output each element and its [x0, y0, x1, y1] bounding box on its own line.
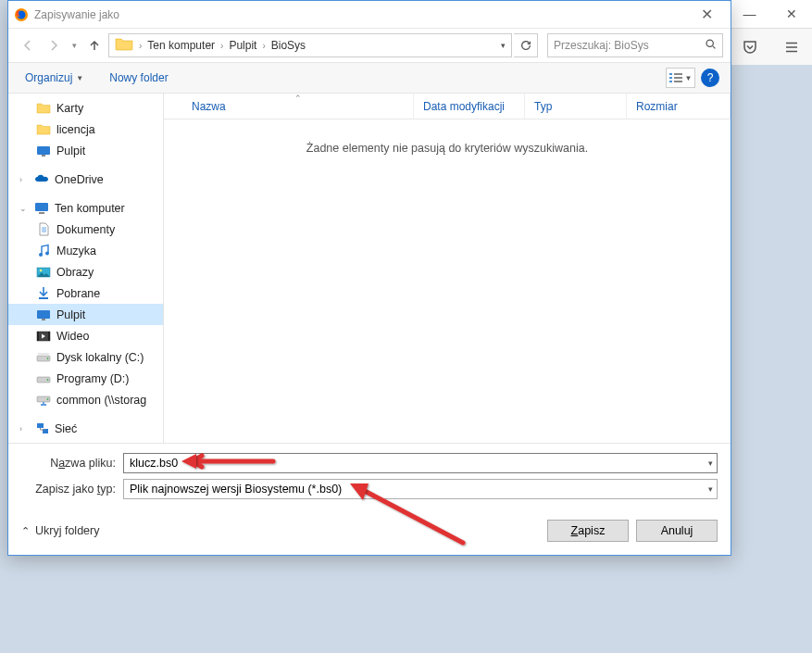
hamburger-icon[interactable]: [770, 29, 812, 65]
download-icon: [36, 286, 51, 301]
breadcrumb-root[interactable]: Ten komputer: [144, 39, 219, 52]
search-input[interactable]: Przeszukaj: BioSys: [547, 33, 723, 57]
svg-rect-34: [37, 423, 44, 428]
tree-label: Pulpit: [56, 144, 85, 157]
save-button[interactable]: Zapisz: [547, 520, 629, 542]
tree-item-music[interactable]: Muzyka: [8, 240, 163, 261]
breadcrumb-bar[interactable]: › Ten komputer › Pulpit › BioSys ▾: [108, 33, 512, 57]
hide-folders-label: Ukryj foldery: [35, 524, 99, 537]
tree-item-pictures[interactable]: Obrazy: [8, 261, 163, 283]
dialog-footer: ⌃ Ukryj foldery Zapisz Anuluj: [8, 510, 731, 555]
cancel-button[interactable]: Anuluj: [636, 520, 718, 542]
tree-label: OneDrive: [55, 173, 104, 186]
col-header-date[interactable]: Data modyfikacji: [414, 94, 525, 119]
search-icon: [705, 38, 717, 53]
breadcrumb-part-1[interactable]: BioSys: [268, 39, 309, 52]
svg-point-33: [47, 398, 49, 400]
image-icon: [36, 265, 51, 280]
svg-rect-9: [669, 77, 672, 79]
tree-label: Sieć: [55, 422, 77, 435]
svg-rect-15: [35, 203, 48, 211]
chevron-right-icon: ›: [219, 41, 225, 51]
column-headers: Nazwa ⌃ Data modyfikacji Typ Rozmiar: [164, 94, 731, 119]
chevron-down-icon: ▾: [708, 484, 713, 494]
tree-label: Pulpit: [56, 308, 85, 321]
folder-icon: [115, 36, 133, 55]
folder-tree[interactable]: Karty licencja Pulpit › OneDrive ⌄: [8, 94, 164, 443]
chevron-down-icon: ⌄: [19, 204, 29, 213]
col-header-size[interactable]: Rozmiar: [627, 94, 731, 119]
tree-label: Obrazy: [56, 266, 94, 279]
tree-item[interactable]: licencja: [8, 119, 163, 140]
pocket-icon[interactable]: [729, 29, 770, 65]
tree-item-documents[interactable]: Dokumenty: [8, 219, 163, 240]
folder-icon: [36, 122, 51, 137]
nav-up-button[interactable]: [82, 33, 106, 57]
tree-item-drive-c[interactable]: Dysk lokalny (C:): [8, 346, 163, 368]
organize-label: Organizuj: [25, 71, 72, 84]
svg-point-18: [45, 252, 49, 256]
tree-item-videos[interactable]: Wideo: [8, 325, 163, 346]
titlebar: Zapisywanie jako ✕: [8, 1, 731, 29]
filename-label: Nazwa pliku:: [21, 457, 123, 470]
tree-item-drive-d[interactable]: Programy (D:): [8, 368, 163, 389]
chevron-up-icon: ⌃: [21, 525, 30, 537]
tree-item[interactable]: Pulpit: [8, 140, 163, 161]
chevron-down-icon: ▼: [76, 74, 83, 82]
tree-item[interactable]: Karty: [8, 97, 163, 119]
chevron-down-icon[interactable]: ▾: [501, 41, 506, 50]
svg-point-31: [47, 379, 49, 381]
svg-rect-29: [38, 353, 49, 356]
breadcrumb-part-0[interactable]: Pulpit: [225, 39, 260, 52]
svg-rect-21: [39, 297, 48, 299]
svg-rect-7: [669, 73, 672, 75]
tree-this-pc[interactable]: ⌄ Ten komputer: [8, 197, 163, 219]
svg-rect-8: [674, 73, 682, 75]
tree-item-netdrive[interactable]: common (\\storag: [8, 389, 163, 410]
bg-close-button[interactable]: ✕: [770, 0, 812, 28]
tree-item-desktop[interactable]: Pulpit: [8, 304, 163, 325]
svg-rect-26: [48, 332, 50, 341]
organize-row: Organizuj ▼ Nowy folder ▼ ?: [8, 62, 731, 94]
bg-minimize-button[interactable]: —: [729, 0, 770, 28]
file-list-pane: Nazwa ⌃ Data modyfikacji Typ Rozmiar Żad…: [164, 94, 731, 443]
view-mode-button[interactable]: ▼: [666, 68, 695, 88]
tree-item-downloads[interactable]: Pobrane: [8, 283, 163, 304]
nav-forward-button[interactable]: [42, 33, 66, 57]
col-header-name[interactable]: Nazwa ⌃: [182, 94, 414, 119]
chevron-right-icon: ›: [19, 424, 29, 433]
svg-rect-23: [42, 319, 45, 320]
refresh-button[interactable]: [514, 33, 538, 57]
drive-icon: [36, 371, 51, 386]
chevron-down-icon[interactable]: ▾: [708, 458, 713, 468]
svg-point-28: [47, 358, 49, 359]
organize-button[interactable]: Organizuj ▼: [19, 68, 89, 88]
new-folder-label: Nowy folder: [109, 71, 168, 84]
tree-label: Ten komputer: [55, 202, 125, 215]
firefox-icon: [14, 7, 29, 22]
filename-input[interactable]: [130, 457, 711, 470]
svg-rect-12: [674, 81, 682, 82]
filename-form: Nazwa pliku: ▾ Zapisz jako typ: Plik naj…: [8, 443, 731, 510]
chevron-right-icon: ›: [19, 175, 29, 184]
nav-recent-dropdown[interactable]: ▾: [68, 33, 81, 57]
tree-onedrive[interactable]: › OneDrive: [8, 169, 163, 190]
onedrive-icon: [34, 172, 49, 187]
nav-back-button[interactable]: [16, 33, 40, 57]
close-button[interactable]: ✕: [688, 2, 725, 28]
svg-rect-11: [669, 81, 672, 82]
tree-label: Muzyka: [56, 245, 96, 257]
filetype-select[interactable]: Plik najnowszej wersji Biosystemu (*.bs0…: [123, 479, 718, 499]
tree-label: Dokumenty: [56, 223, 115, 236]
network-icon: [34, 421, 49, 436]
new-folder-button[interactable]: Nowy folder: [104, 68, 173, 88]
search-placeholder: Przeszukaj: BioSys: [554, 39, 649, 52]
tree-label: common (\\storag: [56, 394, 146, 407]
desktop-icon: [36, 144, 51, 158]
col-header-type[interactable]: Typ: [525, 94, 627, 119]
tree-label: licencja: [56, 123, 95, 136]
hide-folders-toggle[interactable]: ⌃ Ukryj foldery: [21, 524, 99, 537]
tree-network[interactable]: › Sieć: [8, 418, 163, 439]
svg-rect-16: [39, 212, 44, 214]
help-button[interactable]: ?: [701, 69, 719, 87]
